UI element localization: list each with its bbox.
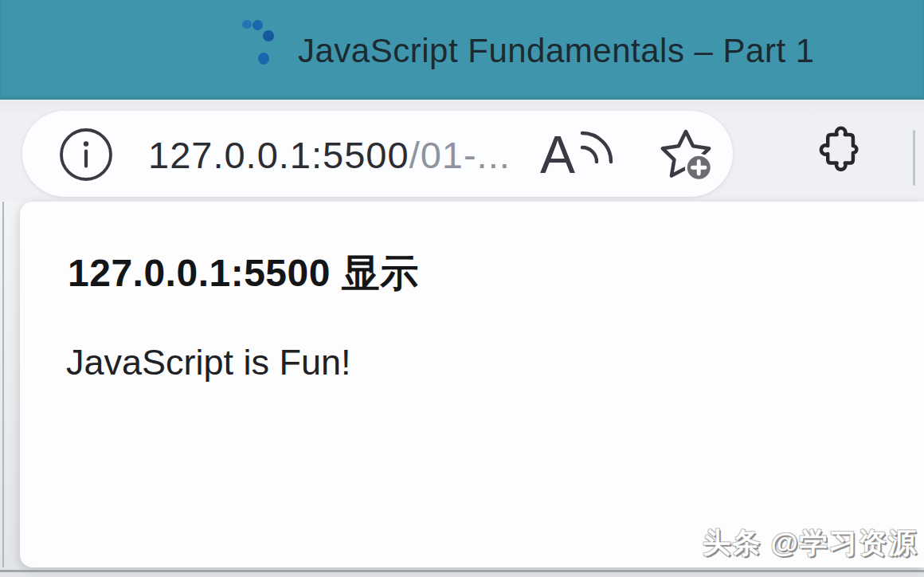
- alert-dialog-message: JavaScript is Fun!: [66, 342, 351, 383]
- extensions-puzzle-icon[interactable]: [816, 124, 868, 176]
- page-title: JavaScript Fundamentals – Part 1: [298, 0, 815, 100]
- favicon-dot: [242, 20, 252, 29]
- read-aloud-letter: A: [540, 130, 575, 179]
- url-path: /01-...: [409, 134, 511, 176]
- watermark-text: 头条 @学习资源: [703, 524, 918, 562]
- url-text[interactable]: 127.0.0.1:5500/01-...: [148, 111, 511, 197]
- alert-dialog-title: 127.0.0.1:5500 显示: [68, 248, 419, 299]
- window-left-edge: [2, 202, 4, 567]
- add-favorite-icon[interactable]: [655, 124, 717, 186]
- browser-toolbar: 127.0.0.1:5500/01-... A: [0, 100, 924, 202]
- read-aloud-button[interactable]: A: [538, 111, 621, 197]
- sound-waves-icon: [580, 119, 617, 167]
- favicon-dot: [253, 20, 263, 30]
- alert-dialog: 127.0.0.1:5500 显示 JavaScript is Fun!: [20, 202, 924, 567]
- toolbar-divider: [913, 130, 915, 186]
- address-bar[interactable]: 127.0.0.1:5500/01-... A: [22, 111, 733, 197]
- browser-window: JavaScript Fundamentals – Part 1 127.0.0…: [0, 0, 924, 577]
- window-bottom-edge: [0, 570, 924, 572]
- site-info-icon[interactable]: [57, 126, 115, 183]
- favicon-dot: [258, 53, 269, 65]
- browser-title-bar: JavaScript Fundamentals – Part 1: [0, 0, 924, 100]
- url-domain: 127.0.0.1:5500: [148, 134, 409, 176]
- favicon-dot: [263, 30, 274, 41]
